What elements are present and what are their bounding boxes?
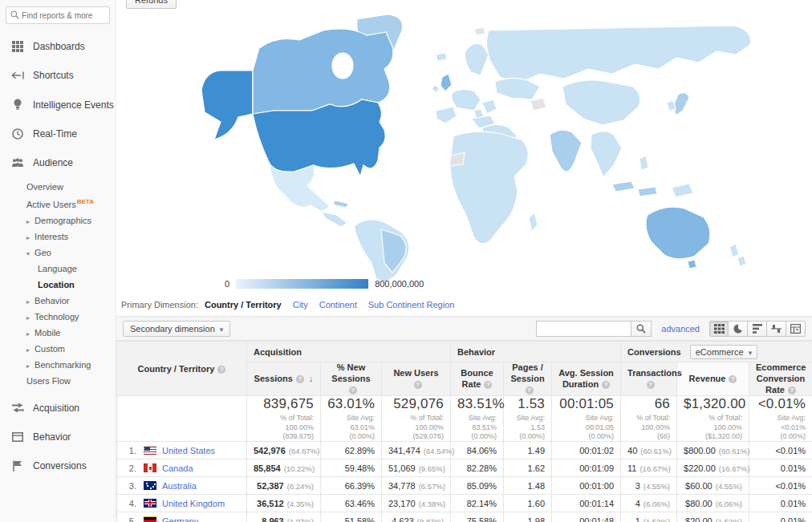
subnav-language[interactable]: Language: [0, 261, 116, 277]
find-reports-input[interactable]: [22, 11, 110, 20]
help-icon[interactable]: [296, 375, 304, 383]
chevron-right-icon: [26, 330, 30, 338]
help-icon[interactable]: [484, 381, 492, 389]
sidebar-item-label: Intelligence Events: [33, 99, 114, 111]
sidebar-item-label: Dashboards: [33, 41, 85, 52]
help-icon[interactable]: [526, 386, 534, 395]
dimension-city-link[interactable]: City: [293, 300, 308, 310]
primary-dimension-label: Primary Dimension:: [121, 300, 198, 310]
sidebar-item-label: Shortcuts: [33, 70, 74, 81]
flag-australia-icon: [144, 481, 156, 490]
sidebar-item-label: Real-Time: [33, 128, 77, 140]
table-view-icon: [714, 324, 725, 334]
table-toolbar: Secondary dimension advanced: [116, 316, 812, 341]
legend-max-value: 800,000,000: [375, 279, 424, 289]
country-link[interactable]: Germany: [162, 516, 198, 522]
subnav-geo[interactable]: Geo: [0, 245, 116, 261]
advanced-search-link[interactable]: advanced: [661, 324, 700, 334]
totals-row: 839,675% of Total: 100.00% (839,675) 63.…: [117, 396, 812, 442]
comparison-view-button[interactable]: [767, 321, 786, 337]
beta-badge: BETA: [77, 198, 94, 205]
country-link[interactable]: Australia: [162, 481, 197, 491]
legend-gradient-bar: [236, 279, 368, 289]
help-icon[interactable]: [788, 386, 796, 395]
table-row: 1.United States 542,976(64.67%) 62.89% 3…: [117, 442, 812, 459]
sidebar-search-box[interactable]: [6, 6, 110, 24]
acquisition-arrows-icon: [10, 403, 26, 413]
sidebar-item-label: Audience: [33, 157, 73, 168]
new-sessions-column-header[interactable]: % New Sessions: [321, 362, 382, 396]
bounce-rate-column-header[interactable]: Bounce Rate: [451, 362, 504, 396]
sidebar-item-acquisition[interactable]: Acquisition: [0, 394, 116, 423]
help-icon[interactable]: [217, 366, 225, 374]
subnav-users-flow[interactable]: Users Flow: [0, 373, 116, 389]
secondary-dimension-button[interactable]: Secondary dimension: [123, 321, 230, 337]
chevron-right-icon: [26, 218, 30, 225]
country-link[interactable]: United States: [162, 446, 215, 455]
sidebar-item-intelligence-events[interactable]: Intelligence Events: [0, 90, 116, 119]
sidebar-item-label: Acquisition: [33, 403, 79, 414]
ecommerce-conversion-rate-column-header[interactable]: Ecommerce Conversion Rate: [749, 362, 812, 396]
dimension-country-territory[interactable]: Country / Territory: [205, 300, 282, 310]
subnav-benchmarking[interactable]: Benchmarking: [0, 357, 116, 373]
world-map[interactable]: [116, 8, 812, 285]
sidebar-item-real-time[interactable]: Real-Time: [0, 119, 116, 148]
conversions-group-header: Conversions eCommerce: [621, 342, 812, 362]
subnav-overview[interactable]: Overview: [0, 179, 116, 195]
country-territory-header[interactable]: Country / Territory: [117, 342, 247, 396]
subnav-behavior[interactable]: Behavior: [0, 293, 116, 309]
transactions-column-header[interactable]: Transactions: [621, 362, 677, 396]
search-icon: [10, 10, 19, 21]
pages-session-column-header[interactable]: Pages / Session: [504, 362, 552, 396]
geo-map-container: 0 800,000,000: [116, 8, 812, 293]
dimension-continent-link[interactable]: Continent: [319, 300, 357, 310]
flag-us-icon: [144, 446, 156, 455]
sidebar-item-label: Behavior: [33, 431, 71, 443]
sidebar-item-shortcuts[interactable]: Shortcuts: [0, 61, 116, 90]
subnav-mobile[interactable]: Mobile: [0, 325, 116, 341]
help-icon[interactable]: [602, 381, 610, 389]
totals-spacer: [117, 396, 247, 442]
flag-canada-icon: [144, 463, 156, 472]
sidebar-item-conversions[interactable]: Conversions: [0, 451, 116, 480]
subnav-custom[interactable]: Custom: [0, 341, 116, 357]
subnav-interests[interactable]: Interests: [0, 229, 116, 245]
subnav-location-selected[interactable]: Location: [0, 277, 116, 293]
sidebar-item-audience[interactable]: Audience: [0, 148, 116, 177]
percentage-view-button[interactable]: [729, 321, 748, 337]
geo-data-table: Country / Territory Acquisition Behavior…: [116, 341, 812, 522]
country-link[interactable]: Canada: [162, 463, 193, 473]
chevron-right-icon: [26, 298, 30, 306]
revenue-column-header[interactable]: Revenue: [677, 362, 749, 396]
help-icon[interactable]: [647, 381, 655, 389]
audience-people-icon: [10, 158, 26, 168]
help-icon[interactable]: [414, 381, 422, 389]
country-link[interactable]: United Kingdom: [162, 499, 225, 508]
table-search-button[interactable]: [631, 321, 652, 337]
chevron-right-icon: [26, 346, 30, 354]
sessions-column-header[interactable]: Sessions: [247, 362, 321, 396]
chevron-right-icon: [26, 314, 30, 322]
subnav-technology[interactable]: Technology: [0, 309, 116, 325]
ecommerce-selector-dropdown[interactable]: eCommerce: [690, 345, 757, 359]
behavior-group-header: Behavior: [451, 342, 621, 362]
view-toggle-group: [709, 321, 806, 337]
sidebar-item-behavior[interactable]: Behavior: [0, 423, 116, 451]
shortcuts-icon: [10, 71, 26, 79]
dimension-subcontinent-link[interactable]: Sub Continent Region: [368, 300, 455, 310]
avg-session-duration-column-header[interactable]: Avg. Session Duration: [552, 362, 621, 396]
performance-view-button[interactable]: [748, 321, 767, 337]
choropleth-countries: [201, 14, 751, 282]
bar-chart-icon: [753, 324, 762, 334]
subnav-active-users[interactable]: Active UsersBETA: [0, 195, 116, 212]
subnav-demographics[interactable]: Demographics: [0, 212, 116, 229]
pivot-view-button[interactable]: [786, 321, 806, 337]
help-icon[interactable]: [729, 375, 737, 383]
new-users-column-header[interactable]: New Users: [382, 362, 451, 396]
sidebar-item-label: Conversions: [33, 460, 87, 471]
sidebar-item-dashboards[interactable]: Dashboards: [0, 32, 116, 61]
help-icon[interactable]: [349, 386, 357, 395]
legend-min-value: 0: [225, 279, 229, 289]
data-table-view-button[interactable]: [709, 321, 729, 337]
table-search-input[interactable]: [536, 321, 631, 337]
